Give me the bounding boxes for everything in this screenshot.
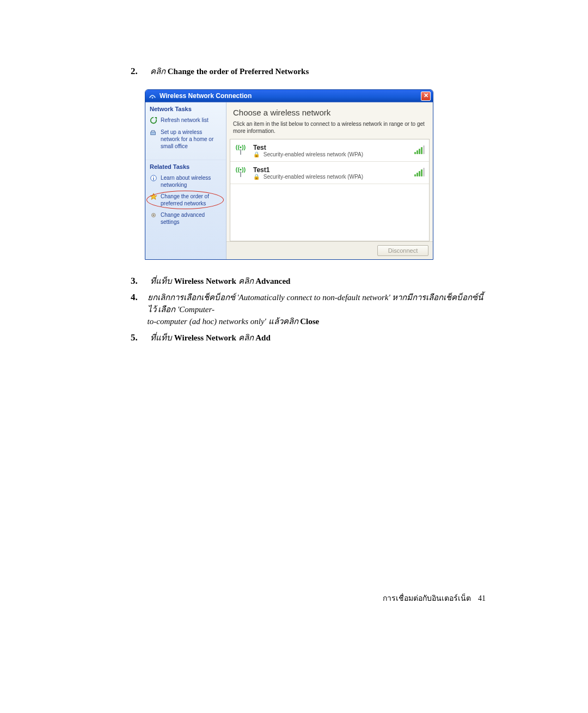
- lock-icon: 🔒: [253, 174, 260, 180]
- page-number: 41: [478, 594, 486, 602]
- antenna-icon: ((•)): [235, 165, 250, 180]
- svg-marker-4: [150, 193, 157, 199]
- svg-rect-1: [151, 132, 156, 135]
- setup-icon: [150, 129, 157, 136]
- svg-point-0: [152, 97, 154, 99]
- step-text: ที่แท็บ Wireless Network คลิก Advanced: [150, 275, 290, 287]
- antenna-icon: ((•)): [235, 143, 250, 158]
- step-3: 3. ที่แท็บ Wireless Network คลิก Advance…: [131, 275, 490, 287]
- network-name: Test1: [253, 166, 406, 174]
- refresh-network-list[interactable]: Refresh network list: [150, 117, 222, 124]
- svg-point-6: [153, 215, 155, 216]
- svg-text:i: i: [153, 176, 154, 181]
- step-5: 5. ที่แท็บ Wireless Network คลิก Add: [131, 332, 490, 344]
- network-item[interactable]: ((•))Test1🔒 Security-enabled wireless ne…: [230, 162, 429, 184]
- disconnect-button[interactable]: Disconnect: [377, 245, 428, 256]
- step-text: ที่แท็บ Wireless Network คลิก Add: [150, 332, 271, 344]
- network-item[interactable]: ((•))Test🔒 Security-enabled wireless net…: [230, 139, 429, 162]
- choose-heading: Choose a wireless network: [226, 102, 433, 120]
- network-tasks-heading: Network Tasks: [150, 106, 222, 112]
- window-title: Wireless Network Connection: [160, 92, 252, 100]
- network-security-label: 🔒 Security-enabled wireless network (WPA…: [253, 151, 406, 157]
- step-number: 3.: [131, 275, 150, 287]
- network-list: ((•))Test🔒 Security-enabled wireless net…: [230, 139, 430, 241]
- step-4: 4. ยกเลิกการเลือกเช็คบ็อกซ์ 'Automatical…: [131, 291, 490, 327]
- learn-wireless[interactable]: i Learn about wireless networking: [150, 174, 222, 188]
- setup-wireless-network[interactable]: Set up a wireless network for a home or …: [150, 129, 222, 150]
- change-order-preferred-networks[interactable]: Change the order of preferred networks: [150, 193, 222, 207]
- lock-icon: 🔒: [253, 151, 260, 157]
- star-icon: [150, 193, 157, 200]
- network-security-label: 🔒 Security-enabled wireless network (WPA…: [253, 174, 406, 180]
- step-number: 2.: [131, 65, 150, 77]
- tasks-pane: Network Tasks Refresh network list Set: [145, 102, 226, 259]
- related-tasks-heading: Related Tasks: [150, 163, 222, 170]
- wireless-window: Wireless Network Connection ✕ Network Ta…: [145, 89, 433, 260]
- step-number: 4.: [131, 291, 148, 327]
- wireless-icon: [149, 92, 156, 100]
- step-text: คลิก Change the order of Preferred Netwo…: [150, 65, 309, 77]
- signal-icon: [409, 147, 425, 154]
- close-button[interactable]: ✕: [421, 92, 431, 101]
- network-name: Test: [253, 144, 406, 151]
- step-text: ยกเลิกการเลือกเช็คบ็อกซ์ 'Automatically …: [148, 291, 490, 327]
- step-number: 5.: [131, 332, 150, 344]
- gear-icon: [150, 211, 157, 219]
- signal-icon: [409, 169, 425, 176]
- footer-text: การเชื่อมต่อกับอินเตอร์เน็ต: [383, 594, 471, 602]
- info-icon: i: [150, 174, 157, 182]
- refresh-icon: [150, 117, 157, 124]
- svg-rect-10: [240, 172, 241, 177]
- window-titlebar[interactable]: Wireless Network Connection ✕: [145, 90, 433, 102]
- choose-subtext: Click an item in the list below to conne…: [226, 120, 433, 139]
- change-advanced-settings[interactable]: Change advanced settings: [150, 211, 222, 226]
- svg-rect-8: [240, 149, 241, 155]
- step-2: 2. คลิก Change the order of Preferred Ne…: [131, 65, 490, 77]
- page-footer: การเชื่อมต่อกับอินเตอร์เน็ต 41: [0, 592, 588, 604]
- network-list-pane: Choose a wireless network Click an item …: [226, 102, 433, 259]
